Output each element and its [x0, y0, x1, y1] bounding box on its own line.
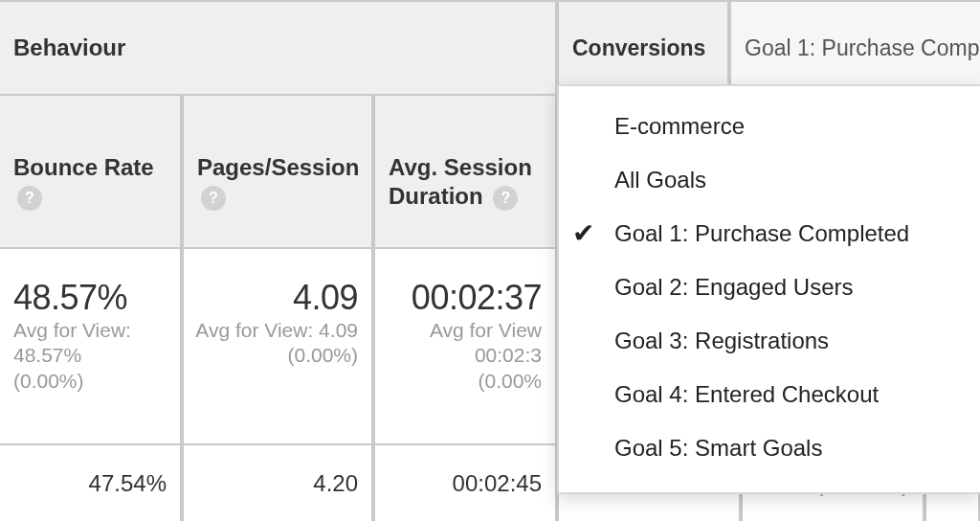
dropdown-item-goal-2[interactable]: Goal 2: Engaged Users — [559, 260, 980, 314]
group-conversions: Conversions — [557, 2, 729, 94]
cell-avg-duration: 00:02:45 — [373, 445, 557, 521]
group-behaviour: Behaviour — [0, 2, 557, 94]
check-icon: ✔ — [572, 220, 594, 247]
goal-segment-select[interactable]: Goal 1: Purchase Comp — [729, 2, 980, 94]
col-pages-session[interactable]: Pages/Session ? — [182, 96, 373, 247]
dropdown-item-goal-3[interactable]: Goal 3: Registrations — [559, 314, 980, 368]
help-icon[interactable]: ? — [17, 186, 42, 211]
col-bounce-rate[interactable]: Bounce Rate ? — [0, 96, 182, 247]
group-behaviour-label: Behaviour — [13, 34, 125, 61]
summary-pages-session: 4.09 Avg for View: 4.09 (0.00%) — [182, 249, 373, 443]
help-icon[interactable]: ? — [493, 186, 518, 211]
summary-bounce-rate-value: 48.57% — [13, 278, 127, 318]
col-bounce-rate-label: Bounce Rate — [13, 154, 154, 180]
dropdown-item-all-goals[interactable]: All Goals — [559, 153, 980, 207]
group-conversions-label: Conversions — [572, 35, 705, 61]
summary-bounce-rate-avg: Avg for View: 48.57% (0.00%) — [13, 318, 131, 394]
dropdown-item-label: Goal 5: Smart Goals — [614, 435, 822, 462]
cell-pages-session: 4.20 — [182, 445, 373, 521]
col-avg-duration-label-2: Duration — [389, 183, 483, 209]
col-avg-duration[interactable]: Avg. Session Duration ? — [373, 96, 557, 247]
goal-segment-selected-label: Goal 1: Purchase Comp — [745, 35, 979, 61]
dropdown-item-label: Goal 1: Purchase Completed — [614, 220, 909, 247]
dropdown-item-label: All Goals — [614, 167, 706, 193]
col-pages-session-label: Pages/Session — [197, 154, 359, 180]
dropdown-item-label: Goal 2: Engaged Users — [614, 274, 853, 301]
summary-pages-session-avg: Avg for View: 4.09 (0.00%) — [195, 318, 358, 369]
dropdown-item-ecommerce[interactable]: E-commerce — [559, 100, 980, 153]
goal-segment-dropdown: E-commerce All Goals ✔ Goal 1: Purchase … — [557, 84, 980, 494]
summary-bounce-rate: 48.57% Avg for View: 48.57% (0.00%) — [0, 249, 182, 443]
dropdown-item-goal-1[interactable]: ✔ Goal 1: Purchase Completed — [559, 207, 980, 260]
help-icon[interactable]: ? — [201, 186, 226, 211]
analytics-table-fragment: Behaviour Conversions Goal 1: Purchase C… — [0, 0, 980, 521]
dropdown-item-goal-4[interactable]: Goal 4: Entered Checkout — [559, 368, 980, 421]
column-group-header-row: Behaviour Conversions Goal 1: Purchase C… — [0, 0, 980, 96]
summary-avg-duration-avg: Avg for View 00:02:3 (0.00% — [430, 318, 542, 394]
dropdown-item-goal-5[interactable]: Goal 5: Smart Goals — [559, 421, 980, 475]
dropdown-item-label: Goal 4: Entered Checkout — [614, 381, 879, 408]
summary-pages-session-value: 4.09 — [293, 278, 358, 318]
dropdown-item-label: Goal 3: Registrations — [614, 328, 829, 354]
col-avg-duration-label-1: Avg. Session — [389, 154, 532, 180]
dropdown-item-label: E-commerce — [614, 113, 745, 140]
cell-bounce-rate: 47.54% — [0, 445, 182, 521]
summary-avg-duration-value: 00:02:37 — [412, 278, 542, 318]
summary-avg-duration: 00:02:37 Avg for View 00:02:3 (0.00% — [373, 249, 557, 443]
